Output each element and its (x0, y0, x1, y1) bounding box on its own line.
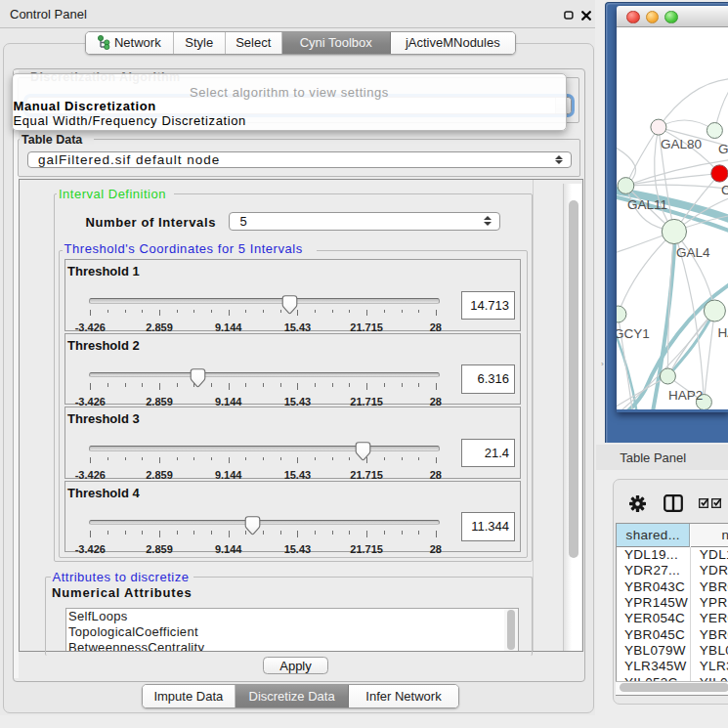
svg-text:GAL4: GAL4 (676, 245, 710, 260)
svg-text:CY: CY (721, 183, 728, 197)
svg-text:GAL80: GAL80 (661, 137, 702, 151)
svg-text:GAL1: GAL1 (718, 142, 728, 156)
svg-text:HAP2: HAP2 (668, 387, 703, 402)
svg-text:HA: HA (717, 324, 728, 339)
svg-text:GCY1: GCY1 (617, 325, 650, 340)
svg-text:GAL11: GAL11 (627, 196, 667, 211)
